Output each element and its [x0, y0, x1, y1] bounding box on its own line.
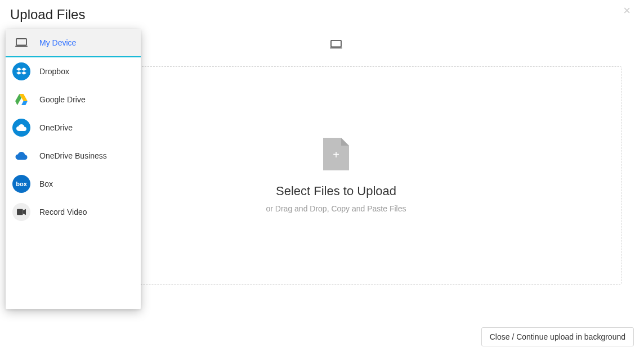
modal-title: Upload Files	[10, 7, 85, 22]
sidebar-item-label: OneDrive Business	[39, 151, 107, 160]
onedrive-icon	[12, 119, 30, 137]
source-sidebar: My Device Dropbox Google Drive OneDrive	[6, 29, 141, 309]
close-icon[interactable]: ×	[620, 4, 634, 17]
svg-rect-1	[16, 39, 26, 46]
sidebar-item-label: Record Video	[39, 207, 87, 216]
svg-rect-0	[331, 40, 341, 47]
sidebar-item-label: Google Drive	[39, 95, 86, 104]
sidebar-item-label: My Device	[39, 38, 76, 47]
sidebar-item-google-drive[interactable]: Google Drive	[6, 85, 141, 114]
dropzone-title: Select Files to Upload	[276, 184, 396, 198]
sidebar-item-my-device[interactable]: My Device	[6, 29, 141, 57]
close-continue-button[interactable]: Close / Continue upload in background	[481, 327, 634, 346]
sidebar-item-onedrive-business[interactable]: OneDrive Business	[6, 142, 141, 170]
box-icon: box	[12, 175, 30, 193]
google-drive-icon	[12, 91, 30, 109]
sidebar-item-box[interactable]: box Box	[6, 170, 141, 198]
file-plus-icon: +	[323, 138, 349, 170]
laptop-icon	[12, 34, 30, 52]
dropzone-subtitle: or Drag and Drop, Copy and Paste Files	[266, 204, 406, 213]
modal-body: + Select Files to Upload or Drag and Dro…	[0, 27, 644, 331]
sidebar-item-label: Box	[39, 179, 53, 188]
sidebar-item-onedrive[interactable]: OneDrive	[6, 114, 141, 142]
upload-files-modal: Upload Files × + Select Files to Upload …	[0, 0, 644, 352]
sidebar-item-dropbox[interactable]: Dropbox	[6, 57, 141, 85]
svg-rect-2	[17, 209, 23, 215]
video-camera-icon	[12, 203, 30, 221]
sidebar-item-label: OneDrive	[39, 123, 73, 132]
sidebar-item-record-video[interactable]: Record Video	[6, 198, 141, 226]
modal-footer: Close / Continue upload in background	[481, 327, 634, 346]
dropbox-icon	[12, 62, 30, 80]
modal-header: Upload Files ×	[0, 0, 644, 27]
onedrive-business-icon	[12, 147, 30, 165]
sidebar-item-label: Dropbox	[39, 67, 69, 76]
